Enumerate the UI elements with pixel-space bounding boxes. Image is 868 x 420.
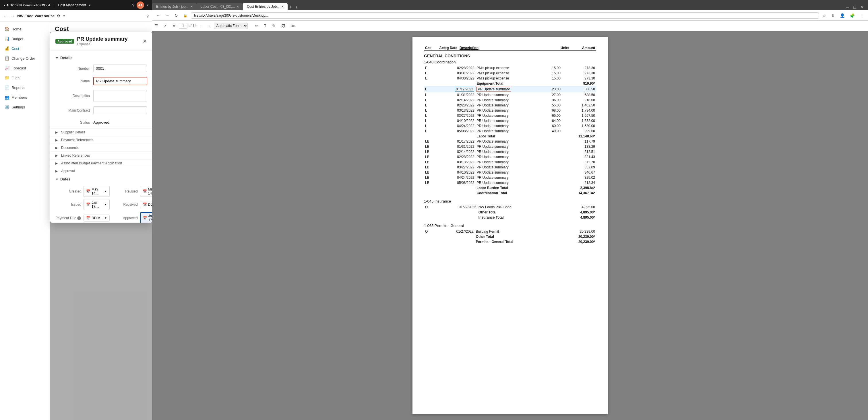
payment-due-value: DD/M... (92, 216, 103, 220)
main-contract-input[interactable] (93, 106, 147, 114)
app-dropdown-icon[interactable]: ▼ (88, 4, 91, 7)
zoom-in-button[interactable]: + (206, 22, 213, 29)
text-tool-icon[interactable]: T (262, 22, 269, 29)
payment-due-input[interactable]: 📅 DD/M... ▼ (84, 215, 110, 222)
description-input[interactable] (93, 90, 147, 102)
other-total-row: Other Total20,239.00* (424, 234, 596, 239)
sidebar-item-members[interactable]: 👥 Members (0, 92, 50, 102)
page-number-input[interactable] (179, 23, 187, 29)
created-input[interactable]: 📅 May 14... ▼ (84, 186, 110, 197)
autodesk-logo: ▲ AUTODESK Construction Cloud (3, 4, 50, 7)
downloads-icon[interactable]: ⬇ (830, 12, 836, 19)
forward-button[interactable]: → (164, 12, 171, 19)
edit-text-icon[interactable]: ✏ (253, 22, 260, 29)
zoom-out-button[interactable]: − (197, 22, 205, 29)
menu-icon[interactable]: ⋮ (858, 12, 866, 19)
sidebar-item-files[interactable]: 📁 Files (0, 73, 50, 83)
tab-close-icon[interactable]: ✕ (237, 5, 239, 8)
minimize-button[interactable]: ─ (844, 4, 851, 10)
linked-label: Linked References (61, 154, 90, 158)
created-label: Created (55, 189, 81, 193)
labor-row-highlighted: L 01/17/2022 PR Update summary 23.00586.… (424, 86, 596, 92)
payment-section[interactable]: ▶ Payment References (50, 136, 152, 144)
nav-back[interactable]: ← (3, 13, 8, 19)
profile-icon[interactable]: 👤 (838, 12, 846, 19)
zoom-select[interactable]: Automatic Zoom (214, 23, 248, 29)
browser-tab-entries-job[interactable]: Entries by Job - job... ✕ (152, 3, 197, 10)
table-row: E02/28/2022PM's pickup expense15.00273.3… (424, 65, 596, 71)
payment-label: Payment References (61, 138, 93, 142)
approved-input[interactable]: 📅 Jan 17,... ▼ (140, 212, 152, 223)
details-section-header[interactable]: ▼ Details (50, 53, 152, 62)
sidebar-item-cost[interactable]: 💰 Cost (0, 43, 50, 53)
refresh-button[interactable]: ↻ (173, 12, 180, 19)
sidebar-item-home[interactable]: 🏠 Home (0, 24, 50, 34)
created-value: May 14... (92, 187, 103, 195)
details-label: Details (60, 56, 73, 60)
payment-due-dropdown-icon[interactable]: ▼ (104, 217, 107, 220)
pdf-controls: ☰ ∧ ∨ of 14 − + Automatic Zoom ✏ T ✎ 🖼 ≫ (152, 21, 868, 31)
budget-payment-section[interactable]: ▶ Associated Budget Payment Application (50, 159, 152, 167)
sidebar-item-budget[interactable]: 📊 Budget (0, 34, 50, 43)
main-contract-label: Main Contract (55, 108, 90, 112)
dates-grid: Created 📅 May 14... ▼ Revised 📅 (50, 184, 152, 223)
sidebar-item-reports[interactable]: 📄 Reports (0, 83, 50, 92)
image-tool-icon[interactable]: 🖼 (279, 22, 288, 29)
revised-input[interactable]: 📅 May 14... ▼ (140, 186, 152, 197)
subsection-1065: 1-065 Permits - General (424, 224, 596, 228)
browser-tab-labor-cost[interactable]: Labor Cost - 03_001... ✕ (197, 3, 243, 10)
extensions-icon[interactable]: 🧩 (848, 12, 857, 19)
sidebar-item-settings[interactable]: ⚙️ Settings (0, 102, 50, 112)
pdf-table: Cat Acctg Date Description Units Amount (424, 45, 596, 51)
project-settings-icon[interactable]: ⚙ (57, 14, 60, 18)
browser-tab-cost-entries[interactable]: Cost Entries by Job... ✕ (243, 3, 288, 10)
issued-input[interactable]: 📅 Jan 17,... ▼ (84, 199, 110, 210)
tab-label: Entries by Job - job... (156, 5, 189, 9)
new-tab-button[interactable]: + (288, 4, 293, 10)
more-tools-icon[interactable]: ≫ (289, 22, 298, 29)
toggle-sidebar-button[interactable]: ☰ (152, 22, 160, 29)
col-amount: Amount (570, 45, 596, 51)
help-icon[interactable]: ? (132, 3, 134, 7)
maximize-button[interactable]: □ (852, 4, 858, 10)
issued-dropdown-icon[interactable]: ▼ (104, 203, 107, 206)
lock-icon: 🔒 (181, 12, 189, 19)
linked-section[interactable]: ▶ Linked References (50, 152, 152, 159)
approval-label: Approval (61, 169, 74, 173)
created-dropdown-icon[interactable]: ▼ (104, 190, 107, 193)
close-button[interactable]: ✕ (859, 4, 866, 10)
toolbar-separator (250, 23, 250, 29)
draw-tool-icon[interactable]: ✎ (270, 22, 278, 29)
dates-section-header[interactable]: ▼ Dates (50, 175, 152, 184)
nav-forward[interactable]: → (10, 13, 15, 19)
name-input[interactable] (93, 77, 147, 85)
address-input[interactable] (191, 12, 819, 19)
bookmark-icon[interactable]: ☆ (820, 12, 828, 19)
avatar-dropdown[interactable]: ▼ (146, 4, 149, 7)
project-dropdown-icon[interactable]: ▼ (63, 14, 65, 18)
table-row: L02/14/2022PR Update summary36.00918.00 (424, 98, 596, 103)
table-row: LB04/10/2022PR Update summary346.67 (424, 170, 596, 175)
table-row: LB03/13/2022PR Update summary372.70 (424, 160, 596, 165)
sidebar-item-forecast[interactable]: 📈 Forecast (0, 63, 50, 73)
tab-close-icon[interactable]: ✕ (190, 5, 193, 8)
received-input[interactable]: 📅 DD/M... ▼ (140, 201, 152, 208)
calendar-icon: 📅 (143, 202, 147, 206)
number-input[interactable] (93, 65, 147, 72)
modal-close-button[interactable]: ✕ (143, 38, 147, 44)
help-icon[interactable]: ? (146, 14, 149, 19)
col-cat: Cat (424, 45, 433, 51)
page-of-label: of (189, 24, 191, 28)
tab-close-icon[interactable]: ✕ (281, 5, 284, 8)
prev-page-button[interactable]: ∧ (162, 22, 169, 29)
back-button[interactable]: ← (154, 12, 162, 19)
tab-list-button[interactable]: ⋮ (293, 5, 300, 10)
next-page-button[interactable]: ∨ (170, 22, 178, 29)
sidebar-item-change-order[interactable]: 📋 Change Order (0, 53, 50, 63)
sidebar: 🏠 Home 📊 Budget 💰 Cost 📋 Change Order 📈 … (0, 22, 50, 420)
modal-status-badge: Approved (55, 39, 74, 43)
approval-section[interactable]: ▶ Approval (50, 167, 152, 175)
documents-section[interactable]: ▶ Documents (50, 144, 152, 152)
supplier-section[interactable]: ▶ Supplier Details (50, 128, 152, 136)
insurance-table: O01/22/2022NW Foods P&P Bond4,895.00 Oth… (424, 204, 596, 220)
